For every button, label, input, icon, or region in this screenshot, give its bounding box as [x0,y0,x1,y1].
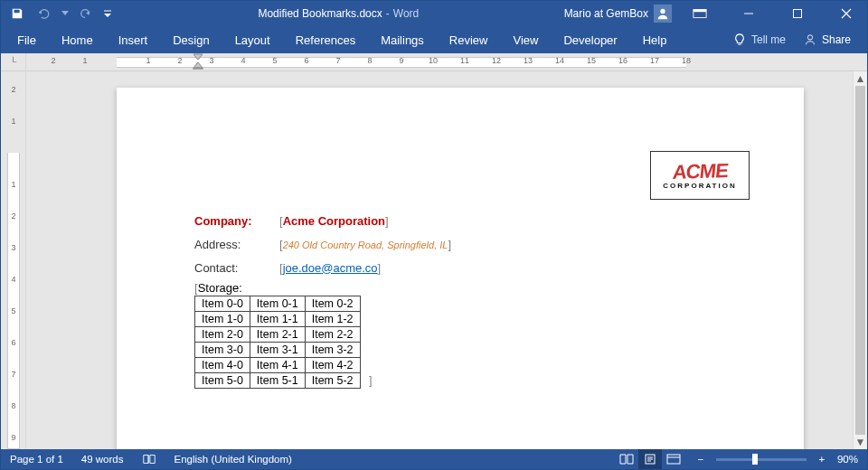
status-words[interactable]: 49 words [81,454,124,465]
table-cell: Item 1-2 [305,312,360,327]
vertical-ruler[interactable]: 21123456789 [1,71,26,449]
tab-developer[interactable]: Developer [551,26,629,53]
vruler-tick: 1 [1,117,26,126]
minimize-button[interactable] [728,1,769,26]
document-canvas[interactable]: ACME CORPORATION Company: [Acme Corporat… [26,71,867,449]
tab-review[interactable]: Review [437,26,501,53]
undo-more-button[interactable] [61,1,70,26]
zoom-in-button[interactable]: + [816,454,828,465]
scroll-down-button[interactable]: ▼ [854,435,867,449]
vruler-tick: 2 [1,85,26,94]
title-right: Mario at GemBox [564,1,867,26]
scroll-thumb[interactable] [855,86,865,435]
view-print-button[interactable] [638,449,662,469]
hruler-tick: 12 [492,56,501,65]
vruler-tick: 2 [1,212,26,221]
table-cell: Item 1-1 [250,312,305,327]
storage-label: [Storage: [194,281,451,295]
close-button[interactable] [826,1,867,26]
hruler-tick: 16 [618,56,627,65]
tab-insert[interactable]: Insert [106,26,161,53]
hruler-tick: 14 [555,56,564,65]
first-line-indent-marker[interactable] [193,53,203,70]
tab-home[interactable]: Home [49,26,106,53]
share-label: Share [822,33,851,46]
title-bar: Modified Bookmarks.docx - Word Mario at … [1,1,867,26]
ribbon-display-button[interactable] [679,1,721,26]
address-value: 240 Old Country Road, Springfield, IL [283,240,448,250]
lightbulb-icon [733,33,746,46]
view-read-button[interactable] [615,449,638,469]
contact-value-wrap: [joe.doe@acme.co] [279,261,381,275]
table-row: Item 3-0Item 3-1Item 3-2 [195,343,361,358]
svg-rect-3 [794,10,802,18]
share-button[interactable]: Share [804,33,851,46]
table-row: Item 1-0Item 1-1Item 1-2 [195,312,361,327]
redo-button[interactable] [75,1,97,26]
table-cell: Item 5-2 ] [305,373,360,389]
horizontal-ruler[interactable]: 21123456789101112131415161718 [26,53,867,71]
user-account[interactable]: Mario at GemBox [564,5,672,23]
tab-layout[interactable]: Layout [222,26,283,53]
status-language[interactable]: English (United Kingdom) [175,454,292,465]
status-proofing[interactable] [142,453,156,465]
edit-area: 21123456789 ACME CORPORATION Company: [A… [1,71,867,449]
zoom-slider[interactable] [716,458,807,461]
table-cell: Item 3-1 [250,343,305,358]
vruler-tick: 7 [1,370,26,379]
ruler-corner[interactable]: └ [1,53,26,71]
hruler-tick: 4 [241,56,245,65]
zoom-value[interactable]: 90% [837,454,858,465]
title-sep: - [386,7,390,20]
hruler-tick: 1 [146,56,150,65]
vertical-scrollbar[interactable]: ▲ ▼ [853,71,867,449]
hruler-tick: 9 [399,56,403,65]
table-cell: Item 0-2 [305,296,360,312]
app-name: Word [393,7,419,20]
view-web-button[interactable] [662,449,685,469]
vruler-tick: 8 [1,401,26,410]
zoom-thumb[interactable] [752,454,758,465]
storage-table: Item 0-0Item 0-1Item 0-2Item 1-0Item 1-1… [194,296,361,389]
tab-view[interactable]: View [500,26,551,53]
tellme-button[interactable]: Tell me [733,33,786,46]
qat-customize-button[interactable] [102,1,113,26]
table-cell: Item 4-1 [250,358,305,373]
zoom-out-button[interactable]: − [694,454,707,465]
tellme-label: Tell me [751,33,786,46]
title-text: Modified Bookmarks.docx - Word [113,1,564,26]
horizontal-ruler-bar: └ 21123456789101112131415161718 [1,53,867,71]
table-cell: Item 4-0 [195,358,250,373]
field-company: Company: [Acme Corporation] [194,209,451,232]
tab-mailings[interactable]: Mailings [368,26,437,53]
address-label: Address: [194,238,279,251]
table-cell: Item 0-1 [250,296,305,312]
vruler-tick: 1 [1,180,26,189]
hruler-tick: 17 [650,56,659,65]
hruler-tick: 13 [524,56,533,65]
tab-help[interactable]: Help [630,26,680,53]
scroll-up-button[interactable]: ▲ [854,71,867,86]
save-button[interactable] [6,1,28,26]
maximize-button[interactable] [777,1,818,26]
status-right: − + 90% [615,449,858,469]
vruler-tick: 4 [1,275,26,284]
table-cell: Item 3-2 [305,343,360,358]
qat [1,1,113,26]
view-buttons [615,449,685,469]
ribbon-tabs: File Home Insert Design Layout Reference… [1,26,867,53]
table-row: Item 0-0Item 0-1Item 0-2 [195,296,361,312]
tab-file[interactable]: File [5,26,49,53]
tab-design[interactable]: Design [160,26,222,53]
tab-references[interactable]: References [283,26,368,53]
ribbon-right: Tell me Share [733,26,863,53]
user-avatar-icon [654,5,672,23]
hruler-tick: 3 [209,56,213,65]
bookmark-end-icon: ] [369,374,372,387]
hruler-tick: 2 [51,56,55,65]
share-icon [804,33,816,46]
doc-name: Modified Bookmarks.docx [258,7,382,20]
undo-button[interactable] [33,1,55,26]
page: ACME CORPORATION Company: [Acme Corporat… [117,88,804,449]
status-page[interactable]: Page 1 of 1 [10,454,63,465]
